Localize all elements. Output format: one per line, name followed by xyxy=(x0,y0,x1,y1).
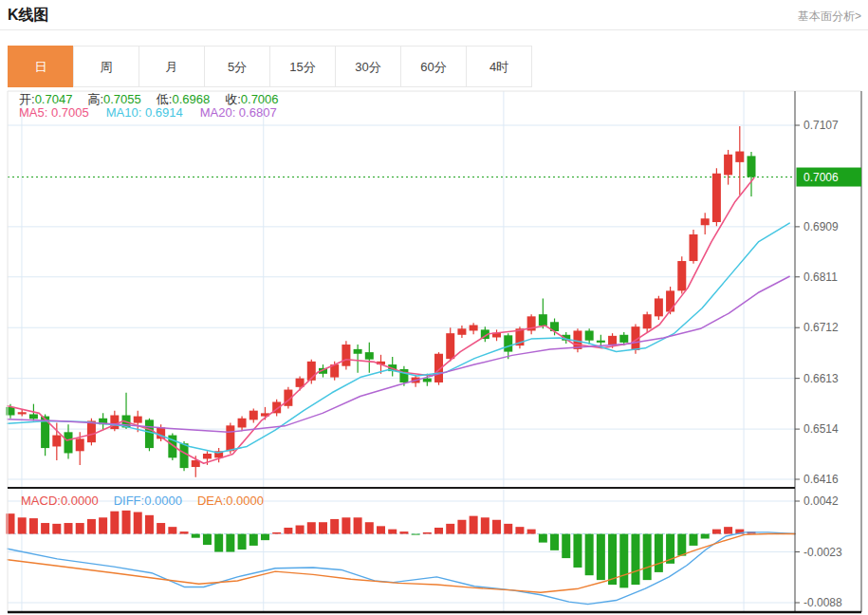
svg-text:0.7006: 0.7006 xyxy=(803,171,839,184)
high-label: 高: xyxy=(87,92,103,106)
ma20-value: MA20: 0.6807 xyxy=(200,105,277,120)
ma10-value: MA10: 0.6914 xyxy=(106,105,183,120)
svg-text:0.6613: 0.6613 xyxy=(803,372,839,385)
close-label: 收: xyxy=(225,92,241,106)
low-value: 0.6968 xyxy=(172,92,210,106)
tab-5分[interactable]: 5分 xyxy=(204,46,270,87)
svg-text:0.6811: 0.6811 xyxy=(803,270,838,284)
close-value: 0.7006 xyxy=(241,92,279,106)
dea-line xyxy=(8,534,795,593)
tab-周[interactable]: 周 xyxy=(73,46,139,87)
tab-30分[interactable]: 30分 xyxy=(335,46,401,87)
tab-4时[interactable]: 4时 xyxy=(466,46,532,87)
tab-15分[interactable]: 15分 xyxy=(269,46,336,87)
macd-value: MACD:0.0000 xyxy=(21,494,99,508)
svg-text:0.0042: 0.0042 xyxy=(803,494,839,508)
dea-value: DEA:0.0000 xyxy=(197,494,264,508)
fundamental-analysis-link[interactable]: 基本面分析> xyxy=(798,9,861,25)
svg-text:-0.0088: -0.0088 xyxy=(803,596,842,609)
tab-60分[interactable]: 60分 xyxy=(400,46,467,87)
tab-月[interactable]: 月 xyxy=(139,46,205,87)
tab-日[interactable]: 日 xyxy=(8,46,74,87)
svg-text:0.6416: 0.6416 xyxy=(803,473,839,486)
macd-row: MACD:0.0000DIFF:0.0000DEA:0.0000 xyxy=(21,494,279,508)
high-value: 0.7055 xyxy=(103,92,141,106)
period-tabbar: 日周月5分15分30分60分4时 xyxy=(8,46,532,87)
macd-axis-labels: 0.0042-0.0023-0.0088 xyxy=(795,494,842,609)
svg-text:0.6909: 0.6909 xyxy=(803,220,839,233)
current-price-label: 0.7006 xyxy=(797,168,862,187)
page-title: K线图 xyxy=(8,6,49,26)
open-label: 开: xyxy=(19,92,35,106)
ma5-value: MA5: 0.7005 xyxy=(19,105,89,120)
svg-text:0.6514: 0.6514 xyxy=(803,422,839,436)
diff-value: DIFF:0.0000 xyxy=(114,494,182,508)
open-value: 0.7047 xyxy=(35,92,73,106)
ma-row: MA5: 0.7005MA10: 0.6914MA20: 0.6807 xyxy=(19,105,294,120)
low-label: 低: xyxy=(157,92,173,106)
svg-text:0.6712: 0.6712 xyxy=(803,321,839,334)
svg-text:-0.0023: -0.0023 xyxy=(803,546,842,559)
svg-text:0.7107: 0.7107 xyxy=(803,119,839,132)
macd-histogram xyxy=(7,511,756,587)
ma5-line xyxy=(8,178,754,464)
gridlines xyxy=(8,91,795,612)
diff-line xyxy=(8,532,795,605)
